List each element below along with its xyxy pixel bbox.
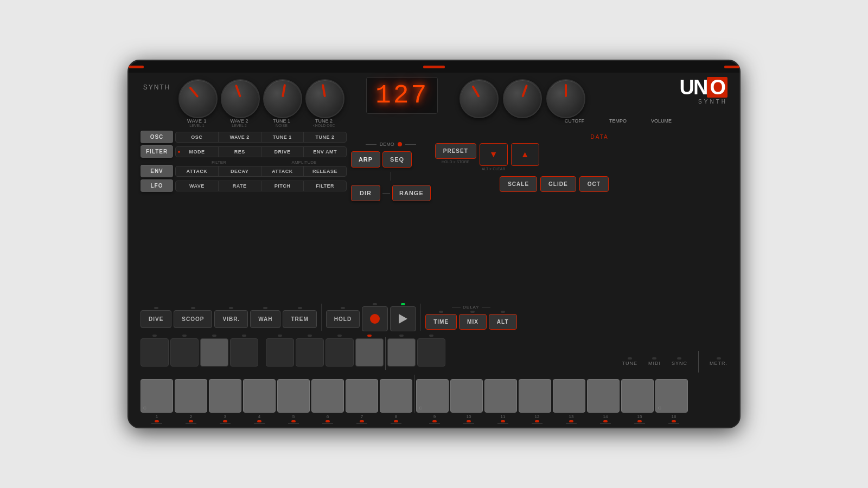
logo-synth: SYNTH bbox=[698, 99, 727, 105]
range-button[interactable]: RANGE bbox=[392, 185, 431, 201]
play-led bbox=[401, 303, 405, 305]
step-num-1: 1 bbox=[156, 414, 158, 419]
step-pad-13[interactable] bbox=[553, 379, 585, 413]
pad-7[interactable] bbox=[326, 338, 354, 367]
step-active-led-15 bbox=[637, 420, 642, 422]
metr-label: METR. bbox=[710, 361, 727, 366]
pad-8[interactable] bbox=[355, 338, 384, 367]
step-num-13: 13 bbox=[569, 414, 574, 419]
pad-5[interactable] bbox=[266, 338, 294, 367]
pad-6[interactable] bbox=[296, 338, 324, 367]
glide-button[interactable]: GLIDE bbox=[540, 176, 576, 192]
step-pad-10[interactable] bbox=[450, 379, 483, 413]
pad-3[interactable] bbox=[200, 338, 228, 367]
label-wave1: WAVE 1 bbox=[177, 118, 216, 124]
scoop-button[interactable]: SCOOP bbox=[174, 310, 212, 328]
synth-label: SYNTH bbox=[143, 84, 171, 91]
knob-volume-group bbox=[546, 79, 585, 118]
sync-label: SYNC bbox=[672, 361, 687, 366]
metr-led bbox=[717, 357, 721, 359]
alt-clear-label: ALT > CLEAR bbox=[482, 167, 506, 171]
step-pad-2[interactable] bbox=[175, 379, 207, 413]
osc-button[interactable]: OSC bbox=[141, 131, 173, 143]
arp-button[interactable]: ARP bbox=[351, 151, 380, 168]
step-9: C bbox=[416, 379, 449, 413]
alt-led bbox=[501, 311, 505, 313]
trem-button[interactable]: TREM bbox=[283, 310, 316, 328]
step-active-led-12 bbox=[535, 420, 539, 422]
data-down-button[interactable]: ▼ bbox=[480, 143, 508, 166]
preset-button[interactable]: PRESET bbox=[435, 143, 476, 159]
knob-tune2[interactable] bbox=[305, 79, 344, 118]
pad-10[interactable] bbox=[417, 338, 445, 367]
step-pad-5[interactable] bbox=[277, 379, 310, 413]
knob-tempo[interactable] bbox=[503, 79, 542, 118]
knob-tune1[interactable] bbox=[263, 79, 302, 118]
knob-volume[interactable] bbox=[546, 79, 585, 118]
step-active-led-5 bbox=[291, 420, 296, 422]
record-button[interactable] bbox=[362, 306, 388, 331]
pad-led-8 bbox=[367, 335, 372, 337]
step-active-led-8 bbox=[394, 420, 398, 422]
step-num-7: 7 bbox=[361, 414, 363, 419]
play-button[interactable] bbox=[390, 306, 416, 331]
pad-4[interactable] bbox=[230, 338, 258, 367]
knob-wave2-group bbox=[221, 79, 260, 118]
step-pad-3[interactable] bbox=[209, 379, 241, 413]
step-pad-11[interactable] bbox=[484, 379, 517, 413]
dive-button[interactable]: DIVE bbox=[141, 310, 171, 328]
step-pad-14[interactable] bbox=[587, 379, 620, 413]
time-button[interactable]: TIME bbox=[425, 314, 457, 330]
param-wave1: OSC bbox=[191, 134, 202, 140]
knob-wave1[interactable] bbox=[178, 79, 218, 118]
pad-9[interactable] bbox=[387, 338, 416, 367]
label-tune2: TUNE 2 bbox=[304, 118, 343, 124]
step-active-led-6 bbox=[326, 420, 330, 422]
step-6 bbox=[311, 379, 344, 413]
scale-button[interactable]: SCALE bbox=[500, 176, 537, 192]
step-pad-16[interactable]: C bbox=[655, 379, 688, 413]
step-pad-7[interactable] bbox=[346, 379, 378, 413]
filter-button[interactable]: FILTER bbox=[141, 145, 173, 158]
dir-button[interactable]: DIR bbox=[351, 185, 380, 201]
step-15 bbox=[621, 379, 654, 413]
alt-button[interactable]: ALT bbox=[489, 314, 517, 330]
step-num-12: 12 bbox=[535, 414, 540, 419]
demo-label: DEMO bbox=[380, 142, 394, 147]
pad-2[interactable] bbox=[170, 338, 199, 367]
step-num-15: 15 bbox=[637, 414, 642, 419]
knob-wave2[interactable] bbox=[221, 79, 260, 118]
step-num-16: 16 bbox=[672, 414, 676, 419]
label-tune1: TUNE 1 bbox=[262, 118, 301, 124]
step-num-3: 3 bbox=[224, 414, 226, 419]
knob-tune2-group bbox=[305, 79, 344, 118]
synth-body: SYNTH bbox=[127, 60, 741, 428]
wah-button[interactable]: WAH bbox=[250, 310, 280, 328]
env-button[interactable]: ENV bbox=[141, 165, 173, 177]
vibr-button[interactable]: VIBR. bbox=[214, 310, 248, 328]
pad-1[interactable] bbox=[141, 338, 169, 367]
step-pad-15[interactable] bbox=[621, 379, 654, 413]
mix-button[interactable]: MIX bbox=[459, 314, 487, 330]
step-num-14: 14 bbox=[603, 414, 608, 419]
step-pad-6[interactable] bbox=[311, 379, 344, 413]
step-pad-12[interactable] bbox=[519, 379, 551, 413]
pad-led-5 bbox=[278, 335, 282, 337]
param-tune2: TUNE 2 bbox=[316, 134, 335, 140]
step-pad-1[interactable]: C bbox=[141, 379, 173, 413]
vibr-led bbox=[229, 307, 233, 309]
lfo-button[interactable]: LFO bbox=[141, 179, 173, 192]
pad-led-3 bbox=[212, 335, 216, 337]
step-active-led-13 bbox=[569, 420, 573, 422]
param-lfo-pitch: PITCH bbox=[275, 183, 291, 189]
scoop-led bbox=[191, 307, 195, 309]
knob-cutoff[interactable] bbox=[459, 79, 499, 118]
step-pad-8[interactable] bbox=[380, 379, 412, 413]
step-pad-9[interactable]: C bbox=[416, 379, 449, 413]
data-up-button[interactable]: ▲ bbox=[511, 143, 539, 166]
oct-button[interactable]: OCT bbox=[579, 176, 609, 192]
seq-button[interactable]: SEQ bbox=[382, 151, 412, 168]
label-cutoff: CUTOFF bbox=[555, 118, 594, 124]
step-pad-4[interactable] bbox=[243, 379, 276, 413]
hold-button[interactable]: HOLD bbox=[326, 310, 360, 328]
